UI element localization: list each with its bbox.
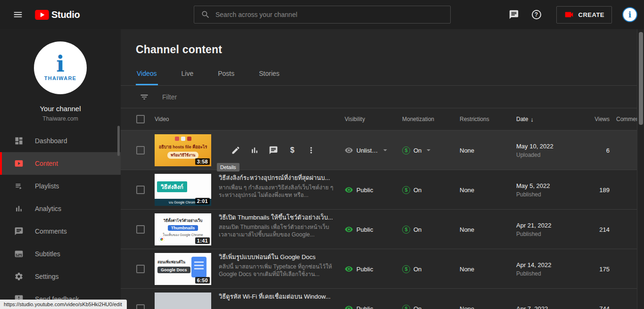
analytics-icon [14,204,25,213]
video-row[interactable]: อธิบาย hosts file คืออะไร พร้อมวิธีใช้งา… [121,130,637,170]
select-all-checkbox[interactable] [136,115,145,123]
column-date[interactable]: Date ↓ [516,116,587,123]
filter-input[interactable]: Filter [162,93,637,101]
account-avatar[interactable]: i [622,7,637,22]
sidebar-item-comments[interactable]: Comments [0,220,121,243]
sidebar-item-label: Playlists [35,182,59,190]
channel-avatar[interactable]: i THAIWARE [34,41,87,94]
video-thumbnail[interactable]: วิธีตั้งค่าโชว์ตัวอย่างเว็บ Thumbnails ใ… [155,213,211,245]
views-cell: 6 [587,147,610,154]
tab-stories[interactable]: Stories [259,66,280,85]
filter-bar[interactable]: Filter [121,86,637,108]
monetization-dollar-icon: $ [402,146,410,154]
row-checkbox[interactable] [136,146,145,154]
studio-logo[interactable]: Studio [35,9,80,20]
comments-button[interactable] [264,141,283,160]
visibility-cell[interactable]: Public [345,304,402,309]
monetization-button[interactable]: $ [283,141,302,160]
column-visibility[interactable]: Visibility [345,116,402,122]
video-title[interactable]: วิธีเพิ่มรูปแบบฟอนต์ใน Google Docs [219,253,337,261]
sidebar-scrollbar-thumb[interactable] [117,126,120,156]
hamburger-icon [13,9,23,20]
visibility-value: Public [356,226,373,233]
monetization-cell[interactable]: $ On [402,186,460,194]
comment-bubble-icon [269,146,278,155]
monetization-dollar-icon: $ [402,305,410,309]
column-restrictions[interactable]: Restrictions [460,116,516,122]
analytics-button[interactable] [245,141,264,160]
video-row[interactable]: สอนเพิ่มฟอนต์ใน Google Docs 6:50 วิธีเพิ… [121,249,637,289]
scrollbar-thumb[interactable] [639,32,643,125]
create-button[interactable]: CREATE [556,6,612,24]
chevron-down-icon[interactable] [427,149,430,151]
video-row[interactable]: วิธีตั้งค่าโชว์ตัวอย่างเว็บ Thumbnails ใ… [121,210,637,249]
monetization-value: On [413,266,421,273]
more-options-button[interactable] [302,141,321,160]
video-thumbnail[interactable]: อธิบาย hosts file คืออะไร พร้อมวิธีใช้งา… [155,134,211,166]
chevron-down-icon[interactable] [383,149,387,151]
google-docs-icon [191,257,206,277]
monetization-dollar-icon: $ [402,265,410,273]
monetization-cell[interactable]: $ On [402,146,460,154]
visibility-eye-icon [345,146,353,154]
help-icon: ? [532,10,541,19]
menu-button[interactable] [12,8,24,21]
edit-details-button[interactable] [226,141,245,160]
details-tooltip: Details [217,163,239,171]
monetization-cell[interactable]: $ On [402,305,460,309]
content-tabs: Videos Live Posts Stories [121,66,637,86]
visibility-value: Public [356,266,373,273]
visibility-cell[interactable]: Public [345,186,402,194]
monetization-cell[interactable]: $ On [402,265,460,273]
help-button[interactable]: ? [527,5,546,24]
tab-live[interactable]: Live [182,66,194,85]
row-checkbox[interactable] [136,265,145,273]
visibility-cell[interactable]: Public [345,265,402,273]
page-scrollbar[interactable] [637,29,644,309]
search-icon [201,10,210,19]
video-row[interactable]: วิธีดูรหัส Wi-Fi ที่เคยเชื่อมต่อบน Windo… [121,289,637,309]
monetization-value: On [413,226,421,233]
column-monetization[interactable]: Monetization [402,116,460,122]
create-video-icon [564,9,574,20]
sidebar-item-content[interactable]: Content [0,152,121,175]
search-input[interactable] [215,11,450,18]
video-title[interactable]: วิธีเปิด Thumbnails ให้ขึ้นโชว์ตัวอย่างเ… [219,213,337,221]
restrictions-cell: None [460,147,516,154]
row-checkbox[interactable] [136,304,145,309]
row-checkbox[interactable] [136,186,145,194]
video-row[interactable]: วิธีส่งลิงก์ บน Google Chrome 2:01 วิธีส… [121,170,637,210]
restrictions-cell: None [460,226,516,233]
visibility-value: Public [356,305,373,309]
visibility-cell[interactable]: Public [345,225,402,234]
video-thumbnail[interactable] [155,293,211,309]
column-views[interactable]: Views [587,116,610,122]
youtube-logo-icon [35,10,49,20]
monetization-dollar-icon: $ [402,226,410,234]
sidebar-item-dashboard[interactable]: Dashboard [0,130,121,152]
channel-title: Your channel [0,105,121,113]
youtube-studio-app: Studio ? CREATE i [0,0,644,309]
tab-videos[interactable]: Videos [137,66,157,85]
channel-info: i THAIWARE Your channel Thaiware.com [0,29,121,122]
thumbnail-text: วิธีส่งลิงก์ [157,181,187,192]
date-cell: May 5, 2022 Published [516,182,587,198]
sidebar-item-playlists[interactable]: Playlists [0,175,121,197]
sidebar-item-label: Comments [35,228,67,235]
visibility-eye-icon [345,186,353,194]
video-thumbnail[interactable]: สอนเพิ่มฟอนต์ใน Google Docs 6:50 [155,253,211,285]
row-checkbox[interactable] [136,225,145,234]
column-comments[interactable]: Comments [610,116,637,122]
visibility-cell[interactable]: Unlisted [345,146,402,154]
tab-posts[interactable]: Posts [218,66,234,85]
monetization-cell[interactable]: $ On [402,226,460,234]
sidebar-item-analytics[interactable]: Analytics [0,197,121,220]
thumbnail-text: อธิบาย hosts file คืออะไร [155,144,211,150]
video-title[interactable]: วิธีส่งลิงก์ระหว่างอุปกรณ์ที่ง่ายที่สุดผ… [219,174,337,182]
sidebar-item-settings[interactable]: Settings [0,265,121,288]
feedback-button[interactable] [504,5,523,24]
video-thumbnail[interactable]: วิธีส่งลิงก์ บน Google Chrome 2:01 [155,174,211,206]
sidebar-item-subtitles[interactable]: Subtitles [0,243,121,265]
video-description: สอนเปิด Thumbnails เพื่อโชว์ตัวอย่างหน้า… [219,223,337,238]
video-title[interactable]: วิธีดูรหัส Wi-Fi ที่เคยเชื่อมต่อบน Windo… [219,293,337,301]
